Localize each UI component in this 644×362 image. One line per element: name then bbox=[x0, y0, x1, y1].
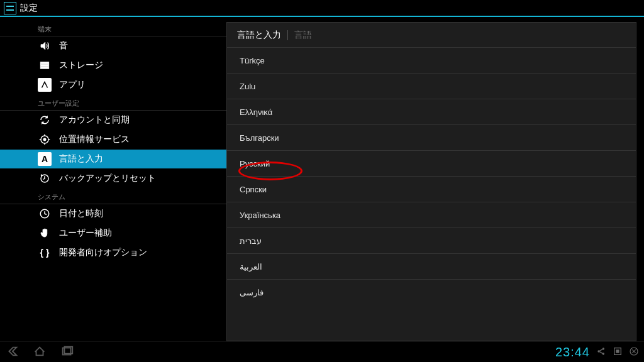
language-option[interactable]: Русский bbox=[227, 151, 636, 177]
sidebar-item-accessibility[interactable]: ユーザー補助 bbox=[0, 224, 226, 243]
sidebar-item-backup[interactable]: バックアップとリセット bbox=[0, 169, 226, 189]
language-option[interactable]: Zulu bbox=[227, 74, 636, 99]
language-option[interactable]: العربية bbox=[227, 254, 636, 280]
language-option[interactable]: עברית bbox=[227, 228, 636, 254]
sidebar-item-label: 位置情報サービス bbox=[59, 134, 130, 145]
clock-icon bbox=[38, 207, 52, 221]
nav-status: 23:44 bbox=[555, 345, 639, 359]
nav-buttons bbox=[5, 344, 74, 360]
svg-rect-13 bbox=[616, 349, 619, 353]
sidebar-item-label: 開発者向けオプション bbox=[59, 247, 147, 258]
language-option[interactable]: Українська bbox=[227, 202, 636, 228]
breadcrumb-separator bbox=[287, 30, 288, 40]
volume-icon bbox=[38, 39, 52, 53]
close-icon[interactable] bbox=[629, 346, 639, 358]
status-title: 設定 bbox=[20, 3, 38, 14]
sidebar-item-location[interactable]: 位置情報サービス bbox=[0, 130, 226, 150]
language-option[interactable]: Ελληνικά bbox=[227, 99, 636, 125]
language-list[interactable]: TürkçeZuluΕλληνικάБългарскиРусскийСрпски… bbox=[227, 48, 636, 341]
language-icon: A bbox=[38, 152, 52, 166]
sidebar-item-storage[interactable]: ストレージ bbox=[0, 56, 226, 75]
sidebar-category-system: システム bbox=[0, 189, 226, 204]
sidebar-item-label: 言語と入力 bbox=[59, 153, 103, 165]
settings-app-icon bbox=[4, 2, 16, 14]
sidebar-item-label: 音 bbox=[59, 40, 68, 52]
breadcrumb-sub: 言語 bbox=[294, 30, 312, 41]
svg-rect-1 bbox=[40, 65, 49, 67]
apps-icon bbox=[38, 78, 52, 92]
clock-text[interactable]: 23:44 bbox=[555, 345, 590, 359]
settings-sidebar: 端末 音 ストレージ アプリ ユーザー設定 アカウントと同期 bbox=[0, 17, 226, 341]
system-nav-bar: 23:44 bbox=[0, 341, 644, 362]
sidebar-item-language[interactable]: A 言語と入力 bbox=[0, 150, 226, 169]
sidebar-item-label: 日付と時刻 bbox=[59, 208, 103, 219]
sidebar-item-apps[interactable]: アプリ bbox=[0, 75, 226, 95]
sidebar-item-label: ユーザー補助 bbox=[59, 228, 112, 239]
sidebar-item-label: ストレージ bbox=[59, 60, 103, 71]
sidebar-item-label: バックアップとリセット bbox=[59, 173, 156, 184]
sidebar-item-developer[interactable]: { } 開発者向けオプション bbox=[0, 243, 226, 263]
storage-icon bbox=[38, 58, 52, 72]
home-button[interactable] bbox=[33, 344, 47, 360]
language-option[interactable]: Български bbox=[227, 125, 636, 151]
backup-icon bbox=[38, 172, 52, 185]
sidebar-item-accounts[interactable]: アカウントと同期 bbox=[0, 111, 226, 130]
location-icon bbox=[38, 133, 52, 146]
screenshot-icon[interactable] bbox=[613, 346, 623, 358]
sidebar-category-user: ユーザー設定 bbox=[0, 95, 226, 111]
breadcrumb-current[interactable]: 言語と入力 bbox=[237, 30, 281, 41]
language-option[interactable]: Српски bbox=[227, 177, 636, 202]
svg-rect-2 bbox=[40, 67, 49, 69]
back-button[interactable] bbox=[5, 344, 19, 360]
recent-apps-button[interactable] bbox=[60, 344, 74, 360]
braces-icon: { } bbox=[38, 246, 52, 260]
sync-icon bbox=[38, 113, 52, 127]
sidebar-item-datetime[interactable]: 日付と時刻 bbox=[0, 204, 226, 224]
language-option[interactable]: Türkçe bbox=[227, 48, 636, 74]
svg-point-3 bbox=[43, 138, 47, 141]
sidebar-category-device: 端末 bbox=[0, 21, 226, 36]
content-area: 端末 音 ストレージ アプリ ユーザー設定 アカウントと同期 bbox=[0, 17, 644, 341]
breadcrumb: 言語と入力 言語 bbox=[227, 23, 636, 48]
sidebar-item-label: アプリ bbox=[59, 79, 86, 90]
svg-rect-0 bbox=[40, 62, 49, 64]
sidebar-item-sound[interactable]: 音 bbox=[0, 36, 226, 56]
share-icon[interactable] bbox=[596, 346, 606, 358]
sidebar-item-label: アカウントと同期 bbox=[59, 114, 130, 126]
hand-icon bbox=[38, 226, 52, 240]
language-option[interactable]: فارسی bbox=[227, 280, 636, 305]
status-bar: 設定 bbox=[0, 0, 644, 16]
detail-pane: 言語と入力 言語 TürkçeZuluΕλληνικάБългарскиРусс… bbox=[226, 22, 636, 341]
